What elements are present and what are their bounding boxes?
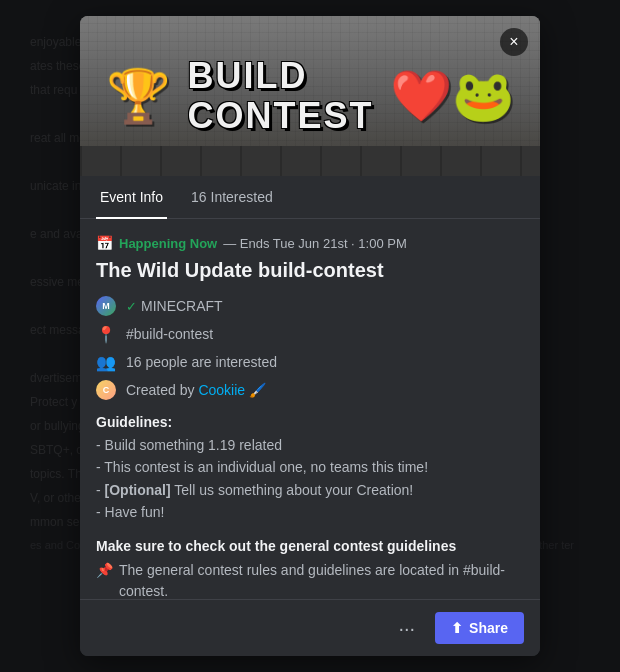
more-options-icon: ···	[398, 617, 415, 639]
event-title: The Wild Update build-contest	[96, 259, 524, 282]
verified-check-icon: ✓	[126, 299, 137, 314]
tab-event-info[interactable]: Event Info	[96, 177, 167, 219]
contest-desc-text: The general contest rules and guidelines…	[119, 560, 524, 599]
happening-now-text: Happening Now	[119, 236, 217, 251]
contest-desc: 📌 The general contest rules and guidelin…	[96, 560, 524, 599]
share-label: Share	[469, 620, 508, 636]
ends-text: — Ends Tue Jun 21st · 1:00 PM	[223, 236, 407, 251]
banner-bricks	[80, 146, 540, 176]
share-button[interactable]: ⬆ Share	[435, 612, 524, 644]
guideline-2: - This contest is an individual one, no …	[96, 456, 524, 478]
modal-tabs: Event Info 16 Interested	[80, 176, 540, 219]
channel-row: 📍 #build-contest	[96, 324, 524, 344]
creator-name-link[interactable]: Cookiie	[198, 382, 245, 398]
pin-icon: 📌	[96, 560, 113, 581]
creature-icon: ❤️🐸	[390, 67, 514, 125]
optional-label: [Optional]	[105, 482, 171, 498]
guidelines-title: Guidelines:	[96, 414, 524, 430]
calendar-icon: 📅	[96, 235, 113, 251]
server-row: M ✓ MINECRAFT	[96, 296, 524, 316]
event-modal: 🏆 BUILD CONTEST ❤️🐸 × Event Info	[80, 16, 540, 656]
modal-footer: ··· ⬆ Share	[80, 599, 540, 656]
guidelines-section: Guidelines: - Build something 1.19 relat…	[96, 414, 524, 524]
people-icon: 👥	[96, 352, 116, 372]
more-options-button[interactable]: ···	[390, 613, 423, 644]
guideline-4: - Have fun!	[96, 501, 524, 523]
banner-title: BUILD CONTEST	[187, 56, 373, 135]
guideline-3: - [Optional] Tell us something about you…	[96, 479, 524, 501]
server-name: ✓ MINECRAFT	[126, 298, 223, 314]
close-button[interactable]: ×	[500, 28, 528, 56]
guideline-1: - Build something 1.19 related	[96, 434, 524, 456]
contest-guidelines-title: Make sure to check out the general conte…	[96, 538, 524, 554]
created-by-label: Created by	[126, 382, 194, 398]
server-avatar: M	[96, 296, 116, 316]
location-icon: 📍	[96, 324, 116, 344]
trophy-icon: 🏆	[106, 66, 171, 127]
creator-emoji: 🖌️	[249, 382, 266, 398]
modal-backdrop: 🏆 BUILD CONTEST ❤️🐸 × Event Info	[0, 0, 620, 672]
contest-section: Make sure to check out the general conte…	[96, 538, 524, 599]
creator-row: C Created by Cookiie 🖌️	[96, 380, 524, 400]
close-icon: ×	[509, 33, 518, 51]
guidelines-text: - Build something 1.19 related - This co…	[96, 434, 524, 524]
share-icon: ⬆	[451, 620, 463, 636]
tab-interested[interactable]: 16 Interested	[187, 177, 277, 219]
creator-avatar: C	[96, 380, 116, 400]
modal-banner: 🏆 BUILD CONTEST ❤️🐸 ×	[80, 16, 540, 176]
happening-now-row: 📅 Happening Now — Ends Tue Jun 21st · 1:…	[96, 235, 524, 251]
modal-body: 📅 Happening Now — Ends Tue Jun 21st · 1:…	[80, 219, 540, 599]
interested-row: 👥 16 people are interested	[96, 352, 524, 372]
